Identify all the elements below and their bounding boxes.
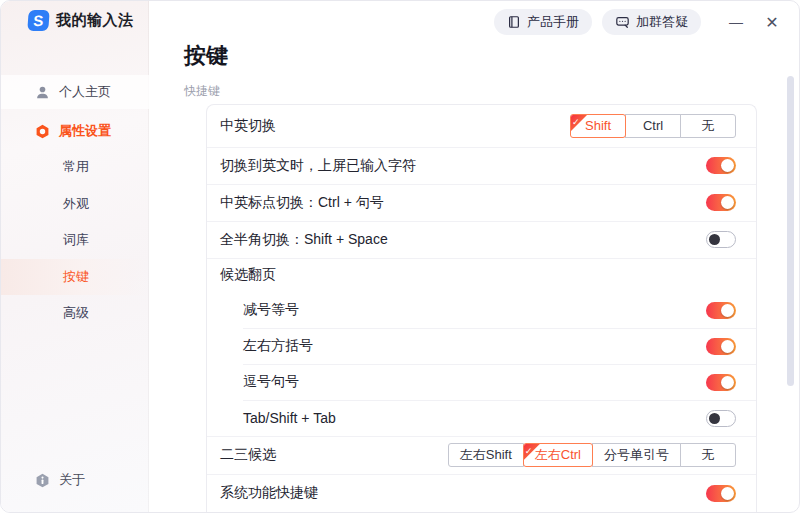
section-header-row: 候选翻页: [207, 258, 756, 292]
book-icon: [507, 15, 521, 29]
sidebar-item-home[interactable]: 个人主页: [1, 75, 149, 109]
sidebar-item-about[interactable]: 关于: [1, 463, 149, 497]
setting-label: 系统功能快捷键: [220, 484, 706, 502]
segment-option[interactable]: 分号单引号: [592, 443, 681, 467]
segment-option[interactable]: 左右Ctrl: [523, 443, 593, 467]
sidebar-subitem[interactable]: 常用: [1, 149, 149, 186]
toggle-switch[interactable]: [706, 302, 736, 319]
sidebar-subitems: 常用外观词库按键高级: [1, 149, 149, 332]
chat-icon: [615, 15, 630, 29]
qa-group-button[interactable]: 加群答疑: [602, 9, 701, 35]
topbar: 产品手册 加群答疑 — ✕: [494, 9, 785, 35]
section-label: 快捷键: [184, 83, 220, 100]
sidebar-item-label: 属性设置: [59, 122, 111, 140]
minimize-button[interactable]: —: [723, 9, 749, 35]
button-label: 加群答疑: [636, 13, 688, 31]
setting-row: 中英切换ShiftCtrl无: [207, 105, 756, 147]
toggle-knob: [721, 304, 734, 317]
toggle-knob: [709, 234, 720, 245]
toggle-knob: [721, 196, 734, 209]
toggle-knob: [721, 376, 734, 389]
setting-label: 全半角切换：Shift + Space: [220, 231, 706, 249]
segment-option[interactable]: Shift: [570, 114, 626, 138]
setting-row: 全半角切换：Shift + Space: [207, 221, 756, 258]
info-icon: [35, 473, 50, 488]
sidebar-item-label: 个人主页: [59, 83, 111, 101]
page-title: 按键: [184, 41, 228, 71]
sidebar-subitem[interactable]: 按键: [1, 259, 149, 296]
toggle-knob: [721, 340, 734, 353]
segment-option[interactable]: 无: [680, 114, 736, 138]
setting-label: 候选翻页: [220, 266, 736, 284]
close-button[interactable]: ✕: [759, 9, 785, 35]
setting-row: 左右方括号: [207, 328, 756, 364]
settings-rows: 中英切换ShiftCtrl无切换到英文时，上屏已输入字符中英标点切换：Ctrl …: [207, 105, 756, 512]
setting-label: 左右方括号: [243, 337, 706, 355]
sidebar-item-settings[interactable]: 属性设置: [1, 114, 149, 148]
app-title: 我的输入法: [56, 11, 134, 30]
toggle-switch[interactable]: [706, 231, 736, 248]
toggle-switch[interactable]: [706, 410, 736, 427]
toggle-knob: [721, 159, 734, 172]
setting-row: 中英标点切换：Ctrl + 句号: [207, 184, 756, 221]
toggle-knob: [721, 487, 734, 500]
settings-panel: 中英切换ShiftCtrl无切换到英文时，上屏已输入字符中英标点切换：Ctrl …: [206, 104, 757, 513]
setting-row: 逗号句号: [207, 364, 756, 400]
toggle-switch[interactable]: [706, 194, 736, 211]
segment-option[interactable]: 无: [680, 443, 736, 467]
app-logo-row: S 我的输入法: [28, 10, 134, 31]
sidebar: S 我的输入法 个人主页 属性设置 常用外观词库按键高级 关于: [1, 1, 149, 512]
segment-option[interactable]: 左右Shift: [448, 443, 524, 467]
setting-row: Tab/Shift + Tab: [207, 400, 756, 436]
segmented-control: ShiftCtrl无: [570, 114, 736, 138]
gear-icon: [35, 124, 50, 139]
toggle-switch[interactable]: [706, 338, 736, 355]
sidebar-subitem[interactable]: 高级: [1, 295, 149, 332]
setting-label: 中英标点切换：Ctrl + 句号: [220, 194, 706, 212]
product-manual-button[interactable]: 产品手册: [494, 9, 592, 35]
sidebar-subitem[interactable]: 词库: [1, 222, 149, 259]
app-window: S 我的输入法 个人主页 属性设置 常用外观词库按键高级 关于: [0, 0, 800, 513]
toggle-knob: [709, 413, 720, 424]
setting-label: Tab/Shift + Tab: [243, 410, 706, 426]
setting-row: 减号等号: [207, 292, 756, 328]
setting-label: 逗号句号: [243, 373, 706, 391]
sidebar-subitem[interactable]: 外观: [1, 186, 149, 223]
person-icon: [35, 85, 50, 100]
toggle-switch[interactable]: [706, 485, 736, 502]
toggle-switch[interactable]: [706, 157, 736, 174]
setting-row: 系统功能快捷键: [207, 474, 756, 512]
button-label: 产品手册: [527, 13, 579, 31]
setting-label: 减号等号: [243, 301, 706, 319]
setting-row: 切换到英文时，上屏已输入字符: [207, 147, 756, 184]
scrollbar-thumb[interactable]: [787, 76, 794, 386]
segmented-control: 左右Shift左右Ctrl分号单引号无: [448, 443, 736, 467]
setting-label: 切换到英文时，上屏已输入字符: [220, 157, 706, 175]
toggle-switch[interactable]: [706, 374, 736, 391]
app-logo-icon: S: [27, 10, 49, 31]
segment-option[interactable]: Ctrl: [625, 114, 681, 138]
setting-label: 中英切换: [220, 117, 570, 135]
setting-label: 二三候选: [220, 446, 448, 464]
setting-row: 二三候选左右Shift左右Ctrl分号单引号无: [207, 436, 756, 474]
sidebar-item-label: 关于: [59, 471, 85, 489]
